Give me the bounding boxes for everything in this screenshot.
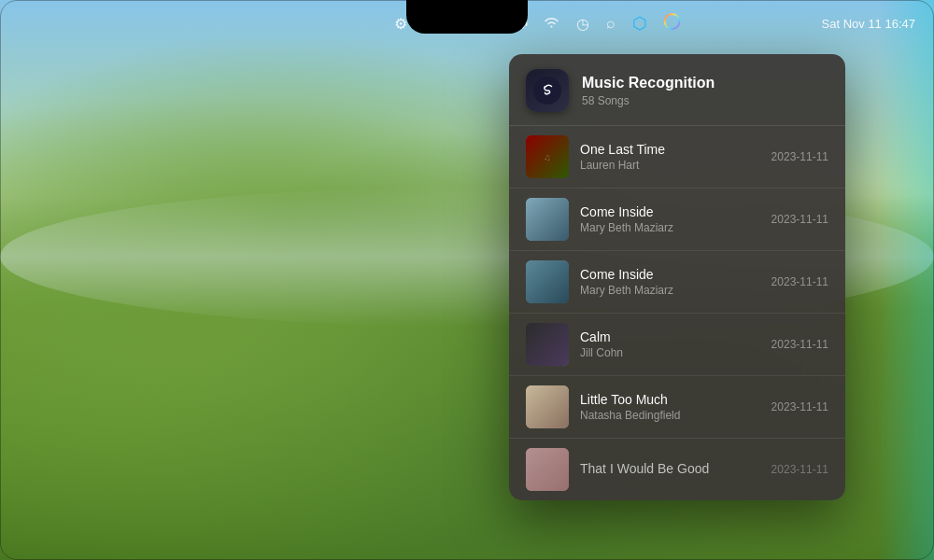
- song-artist: Natasha Bedingfield: [580, 409, 760, 422]
- panel-header: Music Recognition 58 Songs: [509, 54, 845, 126]
- song-artist: Lauren Hart: [580, 159, 760, 172]
- song-date: 2023-11-11: [771, 338, 828, 351]
- shazam-logo-svg: [533, 77, 561, 105]
- list-item[interactable]: Calm Jill Cohn 2023-11-11: [509, 314, 845, 376]
- song-title: Little Too Much: [580, 392, 760, 407]
- search-icon[interactable]: ⌕: [606, 15, 616, 32]
- list-item[interactable]: Come Inside Mary Beth Maziarz 2023-11-11: [509, 189, 845, 251]
- panel-subtitle: 58 Songs: [582, 94, 715, 107]
- art-pattern-1: ♫: [526, 135, 569, 178]
- song-date: 2023-11-11: [771, 463, 828, 476]
- song-title: One Last Time: [580, 142, 760, 157]
- song-info: Little Too Much Natasha Bedingfield: [580, 392, 760, 422]
- panel-title: Music Recognition: [582, 74, 715, 91]
- shazam-menubar-icon[interactable]: ⬡: [632, 13, 647, 34]
- album-art: [526, 448, 569, 491]
- album-art: [526, 323, 569, 366]
- siri-icon[interactable]: [664, 13, 681, 34]
- song-list: ♫ One Last Time Lauren Hart 2023-11-11 C…: [509, 126, 845, 500]
- list-item[interactable]: Come Inside Mary Beth Maziarz 2023-11-11: [509, 251, 845, 314]
- sliders-icon[interactable]: ⚙: [394, 15, 407, 33]
- song-date: 2023-11-11: [771, 275, 828, 288]
- wifi-icon[interactable]: [545, 15, 559, 32]
- song-title: Come Inside: [580, 267, 760, 282]
- menubar-right: Sat Nov 11 16:47: [822, 0, 915, 47]
- right-edge-glow: [878, 0, 934, 560]
- song-title: That I Would Be Good: [580, 461, 760, 476]
- art-pattern-6: [526, 448, 569, 491]
- song-artist: Mary Beth Maziarz: [580, 284, 760, 297]
- list-item[interactable]: ♫ One Last Time Lauren Hart 2023-11-11: [509, 126, 845, 189]
- album-art: [526, 198, 569, 241]
- song-title: Come Inside: [580, 204, 760, 219]
- song-info: One Last Time Lauren Hart: [580, 142, 760, 172]
- song-artist: Jill Cohn: [580, 346, 760, 359]
- shazam-panel: Music Recognition 58 Songs ♫ One Last Ti…: [509, 54, 845, 500]
- art-pattern-3: [526, 260, 569, 303]
- song-date: 2023-11-11: [771, 150, 828, 163]
- song-date: 2023-11-11: [771, 400, 828, 413]
- history-icon[interactable]: ◷: [576, 15, 589, 33]
- notch: [406, 0, 528, 34]
- shazam-logo: [526, 69, 569, 112]
- menu-time: Sat Nov 11 16:47: [822, 17, 915, 31]
- list-item[interactable]: That I Would Be Good 2023-11-11: [509, 439, 845, 500]
- art-pattern-4: [526, 323, 569, 366]
- album-art: ♫: [526, 135, 569, 178]
- song-date: 2023-11-11: [771, 213, 828, 226]
- song-title: Calm: [580, 329, 760, 344]
- art-pattern-2: [526, 198, 569, 241]
- album-art: [526, 260, 569, 303]
- song-info: That I Would Be Good: [580, 461, 760, 478]
- panel-title-group: Music Recognition 58 Songs: [582, 74, 715, 106]
- song-info: Calm Jill Cohn: [580, 329, 760, 359]
- song-info: Come Inside Mary Beth Maziarz: [580, 267, 760, 297]
- song-artist: Mary Beth Maziarz: [580, 221, 760, 234]
- art-pattern-5: [526, 385, 569, 428]
- list-item[interactable]: Little Too Much Natasha Bedingfield 2023…: [509, 376, 845, 439]
- album-art: [526, 385, 569, 428]
- song-info: Come Inside Mary Beth Maziarz: [580, 204, 760, 234]
- svg-point-0: [665, 14, 680, 29]
